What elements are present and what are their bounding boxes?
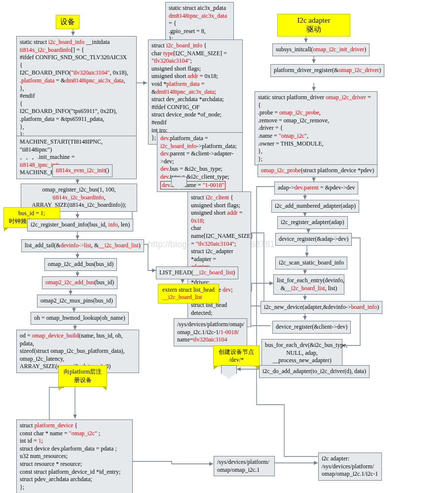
box-mux-pins: omap2_i2c_mux_pins(bus_id): [37, 295, 116, 307]
box-omap2-add: omap2_i2c_add_bus(bus_id): [42, 276, 117, 289]
box-omap-i2c-driver: static struct platform_driver omap_i2c_d…: [255, 91, 377, 165]
box-reg-board-info: i2c_register_board_info(bus_id, info, le…: [27, 219, 133, 231]
box-list-add: list_add_tail(&devinfo->list, &__i2c_boa…: [21, 239, 144, 252]
box-bus-foreach: bus_for_each_drv(&i2c_bus_type,NULL, ada…: [261, 339, 342, 367]
box-boardinfo: static struct i2c_board_info __initdata …: [16, 36, 137, 141]
box-dev-reg-client: device_register(&client->dev): [272, 321, 351, 334]
box-platform-driver-reg: platform_driver_register(&omap_i2c_drive…: [270, 64, 384, 77]
title-adapter: I2c adapter驱动: [277, 14, 350, 37]
box-evm-init: ti814x_evm_i2c_init(): [52, 164, 112, 177]
box-omap-add: omap_i2c_add_bus(bus_id): [44, 258, 117, 271]
box-omap-probe: omap_i2c_probe(struct platform_device *p…: [258, 164, 377, 177]
box-i2c-adapter-path: i2c adapter:/sys/devices/platform/omap/o…: [318, 453, 382, 481]
box-dev-register: device_register(&adap->dev): [275, 233, 352, 246]
box-subsys-initcall: subsys_initcall(omap_i2c_init_driver): [272, 43, 370, 56]
box-do-add-adapter: i2c_do_add_adapter(to_i2c_driver(d), dat…: [259, 365, 370, 378]
box-sys-device-node: /sys/devices/platform/omap/omap_i2c.1/i2…: [174, 318, 247, 346]
box-hwmod: oh = omap_hwmod_lookup(oh_name): [31, 312, 129, 325]
box-new-device: i2c_new_device(adapter,&devinfo->board_i…: [261, 301, 382, 314]
box-reg-adapter: i2c_register_adapter(adap): [277, 216, 348, 229]
title-device: 设备: [56, 15, 79, 29]
banner-platform-reg: 向platform层注册设备: [58, 365, 107, 387]
box-scan-static: i2c_scan_static_board_info: [275, 257, 347, 269]
connector-pent-2: [221, 365, 237, 378]
box-list-head: LIST_HEAD(__i2c_board_list): [156, 266, 238, 279]
banner-create-dev: 创建设备节点/dev/*: [213, 345, 260, 366]
box-aic3x-pdata: static struct aic3x_pdatadm8148ipnc_aic3…: [165, 2, 234, 45]
box-platform-device: struct platform_device { const char * na…: [16, 419, 133, 493]
box-dev-fields: dev.platform_data = i2c_board_info->plat…: [157, 132, 243, 192]
box-list-foreach: list_for_each_entry(devinfo,&__i2c_board…: [273, 274, 344, 295]
box-add-numbered: i2c_add_numbered_adapter(adap): [271, 200, 359, 213]
box-sys-platform: /sys/devices/platform/omap/omap_i2c.1: [214, 456, 275, 476]
box-extern-list: extern struct list_head__i2c_board_list: [158, 284, 219, 303]
box-i2c-client: struct i2c_client { unsigned short flags…: [187, 191, 251, 327]
box-adap-parent: adap->dev.parent = &pdev->dev: [274, 182, 358, 194]
box-i2c-board-info: struct i2c_board_info { char type[I2C_NA…: [148, 39, 243, 145]
